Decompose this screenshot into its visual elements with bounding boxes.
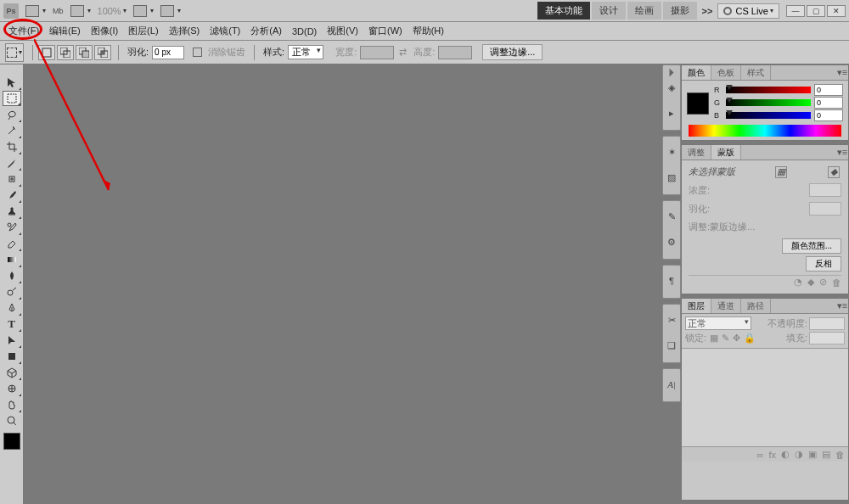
selection-intersect[interactable] bbox=[94, 45, 111, 60]
eyedropper-tool[interactable] bbox=[3, 155, 21, 171]
gradient-tool[interactable] bbox=[3, 252, 21, 267]
brush-panel-icon[interactable]: ✎ bbox=[664, 206, 679, 227]
blur-tool[interactable] bbox=[3, 268, 21, 283]
lock-transparent-icon[interactable]: ▦ bbox=[710, 333, 718, 344]
pen-tool[interactable] bbox=[3, 300, 21, 316]
history-brush-tool[interactable] bbox=[3, 220, 21, 235]
group-icon[interactable]: ▣ bbox=[808, 449, 817, 460]
selection-add[interactable] bbox=[57, 45, 74, 60]
paragraph-panel-icon[interactable]: ¶ bbox=[664, 271, 679, 291]
tab-paths[interactable]: 路径 bbox=[741, 299, 771, 313]
menu-image[interactable]: 图像(I) bbox=[86, 25, 123, 37]
tab-masks[interactable]: 蒙版 bbox=[711, 145, 741, 160]
selection-subtract[interactable] bbox=[76, 45, 93, 60]
history-panel-icon[interactable]: ◈ bbox=[664, 77, 679, 98]
menu-view[interactable]: 视图(V) bbox=[322, 25, 363, 37]
layer-style-icon[interactable]: fx bbox=[768, 450, 776, 460]
type-tool[interactable]: T bbox=[3, 316, 21, 332]
apply-mask-icon[interactable]: ◆ bbox=[807, 277, 814, 288]
mask-edge-button[interactable]: 蒙版边缘... bbox=[710, 221, 755, 233]
adjustment-layer-icon[interactable]: ◑ bbox=[795, 449, 803, 460]
swatches-panel-icon[interactable]: ✂ bbox=[664, 310, 679, 330]
tab-layers[interactable]: 图层 bbox=[682, 299, 711, 313]
path-select-tool[interactable] bbox=[3, 333, 21, 348]
menu-filter[interactable]: 滤镜(T) bbox=[205, 25, 245, 37]
refine-edge-button[interactable]: 调整边缘... bbox=[482, 44, 543, 60]
workspace-more[interactable]: >> bbox=[702, 6, 713, 16]
magic-wand-tool[interactable] bbox=[3, 123, 21, 138]
menu-file[interactable]: 文件(F) bbox=[3, 25, 44, 37]
lock-position-icon[interactable]: ✥ bbox=[733, 333, 740, 344]
g-slider[interactable] bbox=[726, 99, 811, 106]
b-input[interactable] bbox=[814, 109, 843, 121]
b-slider[interactable] bbox=[726, 112, 811, 119]
close-button[interactable]: ✕ bbox=[827, 5, 846, 17]
link-layers-icon[interactable]: ∞ bbox=[757, 450, 764, 460]
move-tool[interactable] bbox=[3, 75, 21, 90]
cs-live-button[interactable]: CS Live bbox=[717, 3, 779, 19]
dodge-tool[interactable] bbox=[3, 284, 21, 300]
workspace-painting[interactable]: 绘画 bbox=[627, 2, 661, 20]
clone-source-icon[interactable]: ▨ bbox=[664, 167, 679, 188]
foreground-color[interactable] bbox=[3, 433, 20, 450]
vector-mask-icon[interactable]: ◆ bbox=[828, 166, 840, 178]
selection-new[interactable] bbox=[38, 45, 55, 60]
actions-panel-icon[interactable]: ▸ bbox=[664, 103, 679, 123]
menu-help[interactable]: 帮助(H) bbox=[408, 25, 449, 37]
panel-menu-icon[interactable]: ▾≡ bbox=[836, 145, 848, 160]
invert-button[interactable]: 反相 bbox=[806, 256, 841, 272]
tab-channels[interactable]: 通道 bbox=[711, 299, 741, 313]
brush-presets-icon[interactable]: ✶ bbox=[664, 142, 679, 162]
minimize-button[interactable]: — bbox=[786, 5, 805, 17]
workspace-essentials[interactable]: 基本功能 bbox=[537, 2, 590, 20]
expand-dock-icon[interactable] bbox=[670, 69, 674, 77]
layer-mask-icon[interactable]: ◐ bbox=[781, 449, 790, 460]
new-layer-icon[interactable]: ▤ bbox=[822, 449, 830, 460]
menu-layer[interactable]: 图层(L) bbox=[123, 25, 163, 37]
r-slider[interactable] bbox=[726, 87, 811, 93]
3d-tool[interactable] bbox=[3, 365, 21, 380]
feather-input[interactable] bbox=[152, 46, 184, 59]
view-extras-button[interactable] bbox=[70, 5, 91, 17]
workspace-design[interactable]: 设计 bbox=[592, 2, 626, 20]
menu-select[interactable]: 选择(S) bbox=[164, 25, 205, 37]
character-panel-icon[interactable]: A| bbox=[664, 374, 679, 395]
delete-mask-icon[interactable]: 🗑 bbox=[832, 277, 841, 288]
r-input[interactable] bbox=[814, 84, 843, 96]
current-tool-preset[interactable] bbox=[5, 43, 24, 62]
panel-menu-icon[interactable]: ▾≡ bbox=[836, 299, 848, 313]
disable-mask-icon[interactable]: ⊘ bbox=[819, 277, 827, 288]
marquee-tool[interactable] bbox=[3, 91, 21, 106]
spectrum-ramp[interactable] bbox=[689, 125, 841, 137]
workspace-photography[interactable]: 摄影 bbox=[663, 2, 697, 20]
maximize-button[interactable]: ▢ bbox=[807, 5, 825, 17]
mini-bridge-button[interactable]: Mb bbox=[53, 7, 64, 15]
bridge-button[interactable] bbox=[25, 5, 46, 17]
styles-panel-icon[interactable]: ❏ bbox=[664, 335, 679, 356]
panel-menu-icon[interactable]: ▾≡ bbox=[836, 65, 848, 80]
color-range-button[interactable]: 颜色范围... bbox=[782, 238, 841, 254]
menu-analysis[interactable]: 分析(A) bbox=[245, 25, 287, 37]
tab-adjustments[interactable]: 调整 bbox=[682, 145, 711, 160]
zoom-level[interactable]: 100% bbox=[98, 6, 127, 16]
zoom-tool[interactable] bbox=[3, 413, 21, 428]
brush-tool[interactable] bbox=[3, 188, 21, 203]
fg-bg-swatch[interactable] bbox=[687, 92, 709, 115]
tool-presets-icon[interactable]: ⚙ bbox=[664, 232, 679, 252]
stamp-tool[interactable] bbox=[3, 204, 21, 219]
lock-paint-icon[interactable]: ✎ bbox=[722, 333, 729, 344]
screen-mode-button[interactable] bbox=[160, 5, 181, 17]
delete-layer-icon[interactable]: 🗑 bbox=[835, 450, 845, 460]
eraser-tool[interactable] bbox=[3, 236, 21, 251]
tab-swatches[interactable]: 色板 bbox=[711, 65, 741, 80]
menu-edit[interactable]: 编辑(E) bbox=[44, 25, 86, 37]
menu-window[interactable]: 窗口(W) bbox=[363, 25, 408, 37]
lasso-tool[interactable] bbox=[3, 107, 21, 122]
menu-3d[interactable]: 3D(D) bbox=[287, 26, 322, 36]
pixel-mask-icon[interactable]: ▦ bbox=[775, 166, 787, 178]
tab-color[interactable]: 颜色 bbox=[682, 65, 711, 80]
load-selection-icon[interactable]: ◔ bbox=[794, 277, 802, 288]
g-input[interactable] bbox=[814, 97, 843, 109]
tab-styles[interactable]: 样式 bbox=[741, 65, 771, 80]
hand-tool[interactable] bbox=[3, 397, 21, 412]
